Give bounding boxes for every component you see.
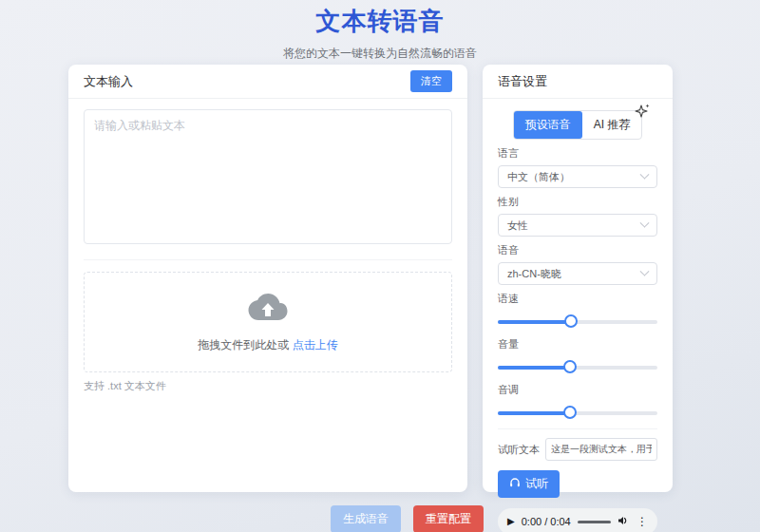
text-input-title: 文本输入 <box>84 73 133 90</box>
click-upload-link[interactable]: 点击上传 <box>293 338 338 352</box>
voice-settings-header: 语音设置 <box>483 65 673 99</box>
page-subtitle: 将您的文本一键转换为自然流畅的语音 <box>0 46 760 62</box>
voice-settings-panel: 语音设置 预设语音 AI 推荐 语言 中文（简体） 性别 女性 <box>483 65 673 492</box>
slider-fill <box>498 320 571 324</box>
preview-text-input[interactable] <box>545 438 657 461</box>
text-input-panel-header: 文本输入 清空 <box>68 65 467 99</box>
preview-text-row: 试听文本 <box>498 438 657 461</box>
headphones-icon <box>509 477 521 491</box>
text-input-panel: 文本输入 清空 拖拽文件到此处或 点击上传 支持 .txt 文本文件 <box>68 65 467 492</box>
voice-mode-tabs: 预设语音 AI 推荐 <box>498 110 657 140</box>
generate-speech-button[interactable]: 生成语音 <box>331 505 401 532</box>
voice-label: 语音 <box>498 243 657 257</box>
pitch-slider[interactable] <box>498 406 657 419</box>
text-input-body: 拖拽文件到此处或 点击上传 支持 .txt 文本文件 <box>68 99 467 404</box>
play-icon[interactable]: ▶ <box>507 517 515 526</box>
chevron-down-icon <box>640 266 650 276</box>
volume-slider[interactable] <box>498 360 657 373</box>
gender-label: 性别 <box>498 195 657 209</box>
speed-label: 语速 <box>498 292 657 306</box>
voice-value: zh-CN-晓晓 <box>507 267 561 281</box>
upload-hint: 支持 .txt 文本文件 <box>84 379 452 393</box>
language-select[interactable]: 中文（简体） <box>498 165 657 188</box>
slider-thumb[interactable] <box>563 406 577 419</box>
listen-button-label: 试听 <box>525 476 548 492</box>
footer-actions: 生成语音 重置配置 <box>331 505 484 532</box>
voice-select[interactable]: zh-CN-晓晓 <box>498 262 657 285</box>
volume-label: 音量 <box>498 337 657 352</box>
slider-thumb[interactable] <box>563 360 577 373</box>
slider-fill <box>498 411 570 415</box>
tab-group: 预设语音 AI 推荐 <box>513 110 643 140</box>
reset-config-button[interactable]: 重置配置 <box>413 505 484 532</box>
tab-preset-voice[interactable]: 预设语音 <box>514 111 582 139</box>
speed-slider[interactable] <box>498 314 657 328</box>
gender-select[interactable]: 女性 <box>498 214 657 237</box>
page-header: 文本转语音 将您的文本一键转换为自然流畅的语音 <box>0 0 760 62</box>
volume-icon[interactable] <box>618 513 630 530</box>
pitch-label: 音调 <box>498 383 657 397</box>
language-value: 中文（简体） <box>507 170 570 184</box>
kebab-menu-icon[interactable]: ⋮ <box>636 516 648 527</box>
divider <box>84 259 452 260</box>
sparkle-icon <box>633 102 652 124</box>
preview-text-label: 试听文本 <box>498 443 540 457</box>
language-label: 语言 <box>498 146 657 161</box>
audio-time: 0:00 / 0:04 <box>522 516 571 527</box>
upload-instructions: 拖拽文件到此处或 点击上传 <box>198 337 337 353</box>
page-title: 文本转语音 <box>0 5 760 38</box>
divider <box>498 428 657 429</box>
chevron-down-icon <box>640 218 650 227</box>
audio-progress-bar[interactable] <box>578 521 611 523</box>
voice-settings-title: 语音设置 <box>498 73 547 90</box>
file-drop-zone[interactable]: 拖拽文件到此处或 点击上传 <box>84 272 452 372</box>
slider-fill <box>498 366 570 370</box>
listen-button[interactable]: 试听 <box>498 470 560 498</box>
slider-thumb[interactable] <box>564 314 578 328</box>
cloud-upload-icon <box>246 292 290 328</box>
text-input-textarea[interactable] <box>84 109 452 244</box>
audio-player[interactable]: ▶ 0:00 / 0:04 ⋮ <box>498 508 657 532</box>
gender-value: 女性 <box>507 218 528 233</box>
chevron-down-icon <box>640 169 650 179</box>
drag-text: 拖拽文件到此处或 <box>198 338 292 352</box>
clear-button[interactable]: 清空 <box>410 70 452 92</box>
voice-settings-body: 预设语音 AI 推荐 语言 中文（简体） 性别 女性 语音 zh-CN-晓晓 <box>483 99 673 532</box>
